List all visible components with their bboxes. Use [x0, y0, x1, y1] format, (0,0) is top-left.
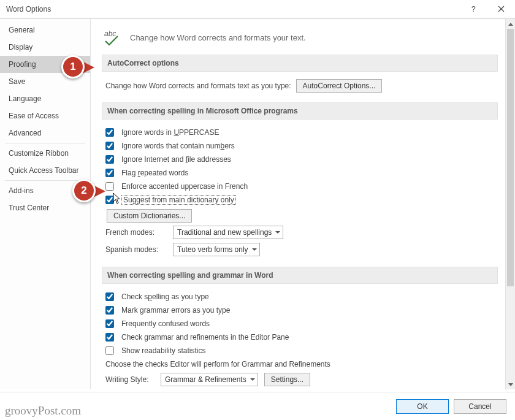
checkbox-editor-pane[interactable]: Check grammar and refinements in the Edi… [105, 330, 498, 344]
checkbox-main-dictionary[interactable]: Suggest from main dictionary only [105, 193, 498, 207]
chevron-down-icon [275, 231, 280, 234]
checkbox-spell-as-you-type-input[interactable] [105, 292, 114, 301]
checkbox-flag-repeated[interactable]: Flag repeated words [105, 166, 498, 180]
vertical-scrollbar[interactable] [505, 19, 515, 389]
mouse-cursor-icon [113, 193, 121, 205]
checkbox-main-dictionary-label: Suggest from main dictionary only [121, 195, 236, 205]
watermark: groovyPost.com [5, 404, 81, 418]
checkbox-mark-grammar[interactable]: Mark grammar errors as you type [105, 304, 498, 317]
svg-text:abc: abc [104, 29, 116, 38]
annotation-callout-1: 1 [61, 55, 85, 78]
page-subtitle: Change how Word corrects and formats you… [130, 33, 306, 42]
checkbox-confused-words-input[interactable] [105, 319, 114, 328]
page-header: abc Change how Word corrects and formats… [102, 25, 498, 55]
french-modes-label: French modes: [105, 228, 167, 237]
checkbox-ignore-uppercase[interactable]: Ignore words in UPPERCASE [105, 126, 498, 139]
settings-button[interactable]: Settings... [264, 373, 310, 386]
spanish-modes-dropdown[interactable]: Tuteo verb forms only [173, 243, 260, 256]
checkbox-ignore-internet-input[interactable] [105, 155, 114, 164]
checkbox-readability-input[interactable] [105, 346, 114, 355]
scroll-up-button[interactable] [506, 19, 515, 29]
chevron-down-icon [252, 248, 257, 251]
autocorrect-options-button[interactable]: AutoCorrect Options... [296, 79, 383, 93]
checkbox-french-uppercase[interactable]: Enforce accented uppercase in French [105, 180, 498, 193]
titlebar: Word Options ? [0, 0, 515, 18]
sidebar-separator [5, 180, 85, 181]
writing-style-label: Writing Style: [105, 375, 154, 384]
autocorrect-desc: Change how Word corrects and formats tex… [105, 82, 291, 90]
svg-text:?: ? [471, 6, 476, 13]
checkbox-ignore-numbers-input[interactable] [105, 142, 114, 150]
ok-button[interactable]: OK [396, 399, 449, 414]
help-button[interactable]: ? [460, 0, 487, 18]
sidebar-item-trust-center[interactable]: Trust Center [0, 199, 90, 216]
window-title: Word Options [6, 5, 460, 13]
writing-style-dropdown[interactable]: Grammar & Refinements [161, 373, 258, 386]
scroll-down-button[interactable] [506, 380, 515, 389]
checkbox-flag-repeated-input[interactable] [105, 169, 114, 177]
sidebar-item-quick-access-toolbar[interactable]: Quick Access Toolbar [0, 162, 90, 179]
section-word-header: When correcting spelling and grammar in … [102, 267, 498, 284]
sidebar-item-display[interactable]: Display [0, 39, 90, 56]
autocorrect-row: Change how Word corrects and formats tex… [105, 78, 498, 94]
sidebar-item-ease-of-access[interactable]: Ease of Access [0, 107, 90, 124]
checkbox-editor-pane-input[interactable] [105, 333, 114, 342]
checkbox-confused-words[interactable]: Frequently confused words [105, 317, 498, 330]
checkbox-ignore-uppercase-input[interactable] [105, 128, 114, 137]
annotation-callout-2: 2 [72, 179, 96, 202]
section-autocorrect-header: AutoCorrect options [102, 55, 498, 72]
sidebar-separator [5, 143, 85, 143]
checkbox-ignore-internet[interactable]: Ignore Internet and file addresses [105, 153, 498, 166]
french-modes-dropdown[interactable]: Traditional and new spellings [173, 226, 283, 239]
chevron-down-icon [250, 378, 255, 381]
proofing-abc-icon: abc [103, 29, 121, 46]
checkbox-spell-as-you-type[interactable]: Check spelling as you type [105, 290, 498, 304]
custom-dictionaries-button[interactable]: Custom Dictionaries... [107, 209, 192, 223]
checkbox-mark-grammar-input[interactable] [105, 306, 114, 315]
section-office-header: When correcting spelling in Microsoft Of… [102, 102, 498, 120]
checkbox-ignore-numbers[interactable]: Ignore words that contain numbers [105, 139, 498, 153]
close-button[interactable] [487, 0, 515, 18]
content-scroll: abc Change how Word corrects and formats… [91, 19, 505, 389]
sidebar-item-general[interactable]: General [0, 21, 90, 39]
sidebar-item-advanced[interactable]: Advanced [0, 124, 90, 142]
sidebar-item-language[interactable]: Language [0, 90, 90, 107]
scroll-thumb[interactable] [507, 29, 514, 286]
editor-checks-desc: Choose the checks Editor will perform fo… [105, 357, 498, 371]
cancel-button[interactable]: Cancel [454, 399, 506, 414]
content-pane: abc Change how Word corrects and formats… [91, 19, 515, 389]
checkbox-french-uppercase-input[interactable] [105, 182, 114, 191]
checkbox-readability[interactable]: Show readability statistics [105, 344, 498, 357]
sidebar-item-customize-ribbon[interactable]: Customize Ribbon [0, 145, 90, 162]
spanish-modes-label: Spanish modes: [105, 245, 167, 254]
